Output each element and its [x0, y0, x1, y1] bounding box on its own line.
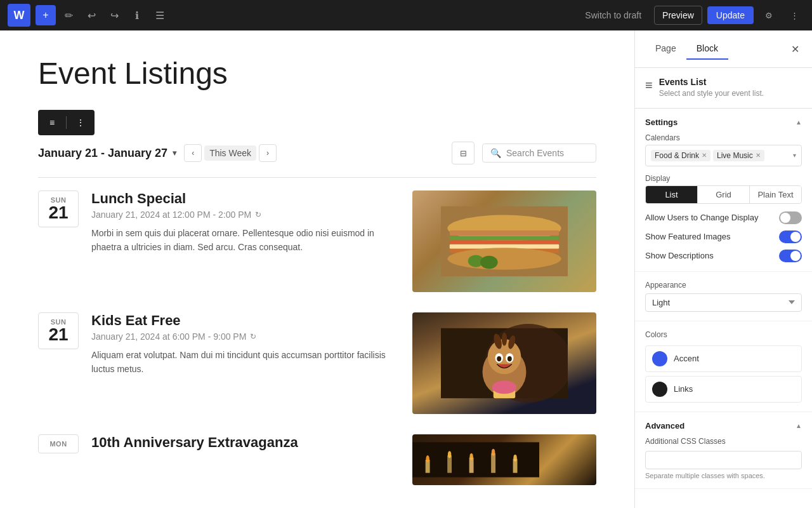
event-date-box: SUN 21 — [38, 312, 79, 349]
calendars-dropdown-icon[interactable]: ▾ — [793, 152, 796, 159]
event-title[interactable]: 10th Anniversary Extravaganza — [91, 434, 400, 451]
advanced-content: Additional CSS Classes Separate multiple… — [645, 437, 802, 479]
list-view-button[interactable]: ☰ — [150, 5, 170, 25]
show-images-toggle[interactable] — [779, 231, 802, 243]
redo-button[interactable]: ↪ — [104, 5, 124, 25]
sidebar-header: Page Block ✕ — [635, 30, 812, 68]
settings-section-header[interactable]: Settings ▲ — [645, 117, 802, 127]
event-date-box: SUN 21 — [38, 190, 79, 227]
tab-block[interactable]: Block — [686, 38, 728, 60]
date-range[interactable]: January 21 - January 27 ▾ — [38, 147, 176, 160]
svg-rect-26 — [447, 455, 452, 473]
event-image — [412, 190, 596, 292]
css-classes-help: Separate multiple classes with spaces. — [645, 472, 802, 479]
close-sidebar-button[interactable]: ✕ — [789, 41, 802, 58]
svg-point-9 — [480, 256, 498, 269]
display-grid-button[interactable]: Grid — [698, 186, 750, 203]
event-title[interactable]: Kids Eat Free — [91, 312, 400, 329]
event-day-num: 21 — [46, 204, 70, 222]
svg-rect-3 — [450, 236, 559, 241]
svg-rect-30 — [491, 453, 495, 473]
display-field: Display List Grid Plain Text — [645, 174, 802, 204]
svg-point-33 — [513, 455, 517, 462]
main-content: Event Listings ≡ ⋮ January 21 - January … — [0, 30, 634, 508]
block-type-icon[interactable]: ≡ — [42, 112, 62, 133]
calendars-input[interactable]: Food & Drink ✕ Live Music ✕ ▾ — [645, 145, 802, 166]
preview-button[interactable]: Preview — [654, 6, 702, 25]
switch-to-draft-button[interactable]: Switch to draft — [577, 6, 649, 24]
appearance-select[interactable]: LightDark — [645, 293, 802, 312]
calendars-field: Calendars Food & Drink ✕ Live Music ✕ ▾ — [645, 133, 802, 166]
filter-icon: ⊟ — [460, 149, 467, 158]
tab-page[interactable]: Page — [645, 38, 686, 60]
filter-button[interactable]: ⊟ — [452, 142, 475, 164]
settings-title: Settings — [645, 117, 678, 127]
svg-point-31 — [492, 449, 495, 456]
block-options-icon[interactable]: ⋮ — [70, 112, 91, 133]
event-meta: January 21, 2024 at 6:00 PM - 9:00 PM ↻ — [91, 331, 400, 342]
settings-button[interactable]: ⚙ — [759, 5, 779, 25]
event-day-name: MON — [46, 440, 70, 448]
colors-section: Colors Accent Links — [635, 321, 812, 412]
toolbar: W + ✏ ↩ ↪ ℹ ☰ Switch to draft Preview Up… — [0, 0, 812, 30]
calendar-tag-music-remove[interactable]: ✕ — [756, 152, 761, 159]
allow-change-toggle[interactable] — [779, 211, 802, 224]
event-item: SUN 21 Lunch Special January 21, 2024 at… — [38, 190, 596, 292]
links-color-label: Links — [674, 384, 693, 394]
block-title: Events List — [659, 77, 764, 87]
more-options-button[interactable]: ⋮ — [784, 5, 804, 25]
css-classes-input[interactable] — [645, 451, 802, 469]
calendars-label: Calendars — [645, 133, 802, 142]
wp-logo: W — [8, 4, 30, 27]
event-title[interactable]: Lunch Special — [91, 190, 400, 207]
advanced-title: Advanced — [645, 421, 684, 431]
display-buttons: List Grid Plain Text — [645, 185, 802, 204]
undo-button[interactable]: ↩ — [81, 5, 102, 25]
event-datetime: January 21, 2024 at 12:00 PM - 2:00 PM — [91, 210, 251, 220]
layout: Event Listings ≡ ⋮ January 21 - January … — [0, 30, 812, 508]
event-meta: January 21, 2024 at 12:00 PM - 2:00 PM ↻ — [91, 210, 400, 220]
calendar-tag-food: Food & Drink ✕ — [651, 150, 710, 161]
details-button[interactable]: ℹ — [127, 5, 147, 25]
colors-label: Colors — [645, 330, 802, 339]
add-block-button[interactable]: + — [36, 5, 56, 25]
tools-button[interactable]: ✏ — [58, 5, 79, 25]
nav-arrows: ‹ This Week › — [184, 144, 277, 162]
search-icon: 🔍 — [490, 148, 501, 158]
event-image — [412, 434, 596, 485]
svg-rect-4 — [450, 241, 559, 244]
event-desc: Aliquam erat volutpat. Nam dui mi tincid… — [91, 348, 400, 377]
event-image-sandwich — [412, 190, 596, 292]
accent-color-row[interactable]: Accent — [645, 345, 802, 372]
advanced-section-header[interactable]: Advanced ▲ — [645, 421, 802, 431]
event-date-box: MON — [38, 434, 79, 453]
show-images-label: Show Featured Images — [645, 232, 730, 241]
links-color-swatch — [652, 382, 667, 397]
next-week-button[interactable]: › — [259, 144, 277, 162]
sidebar-block-info: ≡ Events List Select and style your even… — [635, 68, 812, 109]
svg-point-22 — [492, 381, 517, 394]
page-title: Event Listings — [38, 56, 596, 91]
show-descriptions-toggle[interactable] — [779, 250, 802, 262]
calendar-tag-music-label: Live Music — [717, 151, 753, 160]
calendar-tag-food-remove[interactable]: ✕ — [702, 152, 707, 159]
this-week-label: This Week — [204, 145, 256, 161]
svg-rect-2 — [450, 231, 559, 236]
event-image-candles — [412, 434, 596, 485]
events-divider — [38, 177, 596, 178]
show-descriptions-row: Show Descriptions — [645, 250, 802, 262]
links-color-row[interactable]: Links — [645, 376, 802, 403]
display-plain-text-button[interactable]: Plain Text — [750, 186, 801, 203]
update-button[interactable]: Update — [707, 6, 754, 24]
settings-section: Settings ▲ Calendars Food & Drink ✕ Live… — [635, 109, 812, 272]
svg-point-27 — [448, 451, 452, 458]
svg-point-20 — [508, 356, 512, 361]
allow-change-display-row: Allow Users to Change Display — [645, 211, 802, 224]
date-range-chevron-icon[interactable]: ▾ — [173, 149, 176, 157]
event-recur-icon: ↻ — [255, 210, 261, 219]
show-images-row: Show Featured Images — [645, 231, 802, 243]
advanced-section: Advanced ▲ Additional CSS Classes Separa… — [635, 412, 812, 489]
prev-week-button[interactable]: ‹ — [184, 144, 202, 162]
appearance-section: Appearance LightDark — [635, 272, 812, 321]
display-list-button[interactable]: List — [646, 186, 698, 203]
